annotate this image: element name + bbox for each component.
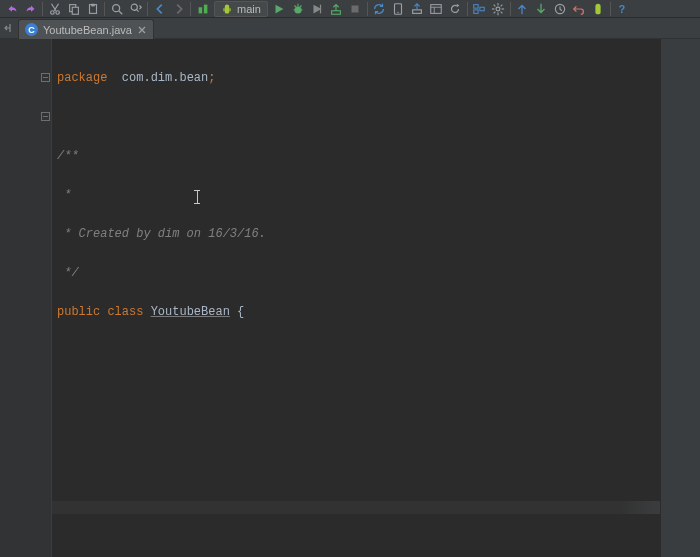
svg-line-7 <box>118 10 122 14</box>
svg-rect-3 <box>72 7 78 14</box>
svg-point-1 <box>55 10 59 14</box>
svg-line-37 <box>494 4 496 6</box>
toolbar-separator <box>104 2 105 16</box>
android-icon <box>221 3 233 15</box>
editor-tab[interactable]: C YoutubeBean.java <box>18 19 154 39</box>
code-line <box>52 540 660 553</box>
svg-point-32 <box>496 7 500 11</box>
code-line: */ <box>52 267 660 280</box>
editor-tabbar: C YoutubeBean.java <box>0 18 700 39</box>
sdk-manager-icon[interactable] <box>408 1 427 17</box>
svg-rect-21 <box>332 10 341 14</box>
svg-point-8 <box>131 4 137 10</box>
code-line <box>52 462 660 475</box>
project-structure-icon[interactable] <box>470 1 489 17</box>
svg-rect-25 <box>413 9 422 13</box>
svg-point-14 <box>295 6 302 13</box>
back-icon[interactable] <box>150 1 169 17</box>
stop-icon[interactable] <box>346 1 365 17</box>
code-editor[interactable]: package com.dim.bean; /** * * Created by… <box>52 39 660 557</box>
code-line: * <box>52 189 660 202</box>
svg-point-6 <box>112 4 119 11</box>
svg-rect-26 <box>431 4 442 13</box>
vcs-commit-icon[interactable] <box>532 1 551 17</box>
forward-icon[interactable] <box>169 1 188 17</box>
close-tab-icon[interactable] <box>137 25 147 35</box>
vcs-update-icon[interactable] <box>513 1 532 17</box>
svg-rect-31 <box>480 7 484 11</box>
svg-line-9 <box>136 9 138 11</box>
svg-rect-29 <box>474 4 478 8</box>
paste-icon[interactable] <box>83 1 102 17</box>
java-class-icon: C <box>25 23 38 36</box>
svg-line-40 <box>501 4 503 6</box>
debug-icon[interactable] <box>289 1 308 17</box>
profile-icon[interactable] <box>308 1 327 17</box>
avd-manager-icon[interactable] <box>389 1 408 17</box>
svg-rect-11 <box>203 4 207 13</box>
code-line: public class YoutubeBean { <box>52 306 660 319</box>
run-config-label: main <box>237 3 261 15</box>
toolbar-separator <box>190 2 191 16</box>
build-icon[interactable] <box>193 1 212 17</box>
sync-gradle-icon[interactable] <box>370 1 389 17</box>
svg-rect-22 <box>352 5 359 12</box>
code-line <box>52 345 660 358</box>
layout-inspector-icon[interactable] <box>427 1 446 17</box>
current-line <box>52 501 660 514</box>
toolbar-separator <box>42 2 43 16</box>
toolbar-separator <box>467 2 468 16</box>
toolbar-separator <box>147 2 148 16</box>
svg-text:?: ? <box>619 2 625 14</box>
svg-rect-10 <box>198 7 202 13</box>
svg-line-19 <box>300 5 302 7</box>
svg-line-18 <box>295 5 297 7</box>
run-config-dropdown[interactable]: main <box>214 1 268 17</box>
replace-icon[interactable] <box>126 1 145 17</box>
svg-point-24 <box>398 11 399 12</box>
editor-error-stripe[interactable] <box>660 39 700 557</box>
code-line <box>52 384 660 397</box>
svg-point-0 <box>50 10 54 14</box>
fold-toggle-icon[interactable] <box>40 72 50 82</box>
fold-toggle-icon[interactable] <box>40 111 50 121</box>
svg-line-39 <box>494 11 496 13</box>
svg-line-38 <box>501 11 503 13</box>
find-icon[interactable] <box>107 1 126 17</box>
svg-rect-5 <box>91 3 95 6</box>
code-line <box>52 423 660 436</box>
code-line: /** <box>52 150 660 163</box>
toolbar-separator <box>367 2 368 16</box>
tabbar-collapse-icon[interactable] <box>0 18 18 38</box>
vcs-history-icon[interactable] <box>551 1 570 17</box>
settings-icon[interactable] <box>489 1 508 17</box>
cut-icon[interactable] <box>45 1 64 17</box>
attach-debugger-icon[interactable] <box>327 1 346 17</box>
help-icon[interactable]: ? <box>613 1 632 17</box>
copy-icon[interactable] <box>64 1 83 17</box>
editor-gutter[interactable] <box>0 39 52 557</box>
redo-icon[interactable] <box>21 1 40 17</box>
code-line: package com.dim.bean; <box>52 72 660 85</box>
android-device-icon[interactable] <box>589 1 608 17</box>
toolbar-separator <box>510 2 511 16</box>
main-toolbar: main <box>0 0 700 18</box>
rerun-icon[interactable] <box>446 1 465 17</box>
editor-area: package com.dim.bean; /** * * Created by… <box>0 39 700 557</box>
run-icon[interactable] <box>270 1 289 17</box>
tab-label: YoutubeBean.java <box>43 24 132 36</box>
vcs-revert-icon[interactable] <box>570 1 589 17</box>
code-line <box>52 111 660 124</box>
svg-rect-30 <box>474 9 478 13</box>
code-line: * Created by dim on 16/3/16. <box>52 228 660 241</box>
toolbar-separator <box>610 2 611 16</box>
undo-icon[interactable] <box>2 1 21 17</box>
